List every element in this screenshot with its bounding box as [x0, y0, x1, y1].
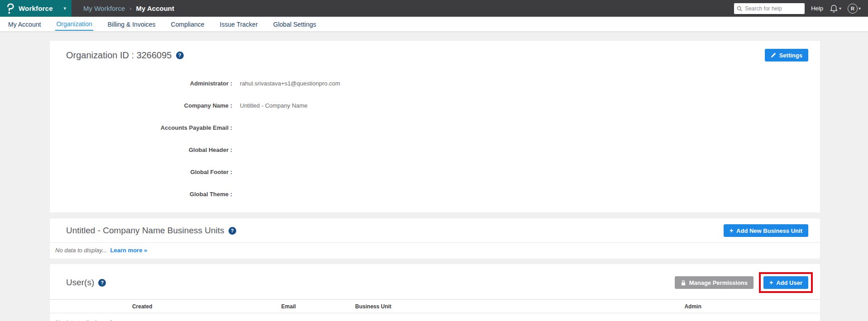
help-icon[interactable]: ?: [176, 52, 184, 59]
tab-compliance[interactable]: Compliance: [170, 18, 205, 30]
help-search: [734, 3, 805, 14]
tab-organization[interactable]: Organization: [55, 17, 93, 31]
product-name: Workforce: [19, 5, 53, 12]
field-value: Untitled - Company Name: [240, 102, 308, 109]
users-empty-row: No data to display... Learn more »: [50, 313, 820, 321]
column-header-email: Email: [234, 303, 342, 310]
column-header-business-unit: Business Unit: [343, 303, 404, 310]
questionpro-logo-icon: [6, 3, 14, 14]
field-label: Global Theme :: [50, 191, 232, 198]
bell-icon: [830, 4, 838, 13]
page-content: Organization ID : 3266095 ? Settings Adm…: [0, 32, 868, 321]
learn-more-link[interactable]: Learn more »: [110, 319, 148, 321]
column-header-created: Created: [50, 303, 234, 310]
lock-icon: [681, 280, 686, 286]
plus-icon: +: [730, 227, 733, 234]
breadcrumb: My Workforce › My Account: [72, 0, 174, 17]
field-global-header: Global Header :: [50, 139, 820, 161]
business-units-header: Untitled - Company Name Business Units ?…: [50, 218, 820, 242]
users-title: User(s): [66, 278, 94, 288]
search-input[interactable]: [734, 3, 805, 14]
field-label: Company Name :: [50, 102, 232, 109]
field-label: Administrator :: [50, 80, 232, 87]
business-units-title-row: Untitled - Company Name Business Units ?: [66, 226, 236, 236]
field-global-footer: Global Footer :: [50, 161, 820, 183]
add-new-business-unit-label: Add New Business Unit: [736, 227, 802, 234]
add-new-business-unit-button[interactable]: + Add New Business Unit: [724, 224, 808, 237]
no-data-text: No data to display...: [55, 247, 107, 254]
field-label: Accounts Payable Email :: [50, 124, 232, 131]
field-label: Global Footer :: [50, 169, 232, 175]
users-actions: Manage Permissions + Add User: [675, 272, 813, 293]
tab-issue-tracker[interactable]: Issue Tracker: [219, 18, 259, 30]
add-user-button[interactable]: + Add User: [763, 276, 808, 289]
organization-title: Organization ID : 3266095: [66, 50, 172, 61]
chevron-down-icon: ▾: [858, 6, 861, 11]
business-units-empty-row: No data to display... Learn more »: [50, 242, 820, 259]
business-units-card: Untitled - Company Name Business Units ?…: [50, 218, 820, 259]
users-title-row: User(s) ?: [66, 278, 106, 288]
topnav-right: Help ▾ R ▾: [734, 0, 868, 17]
settings-button[interactable]: Settings: [765, 49, 808, 61]
manage-permissions-label: Manage Permissions: [689, 279, 748, 286]
field-label: Global Header :: [50, 146, 232, 153]
users-header: User(s) ? Manage Permissions + Add User: [50, 264, 820, 299]
tab-my-account[interactable]: My Account: [7, 18, 42, 30]
plus-icon: +: [769, 279, 773, 286]
field-administrator: Administrator : rahul.srivastava+s1@ques…: [50, 72, 820, 94]
pencil-icon: [771, 52, 776, 58]
add-user-label: Add User: [776, 279, 802, 286]
annotation-highlight-box: + Add User: [759, 272, 813, 293]
account-menu[interactable]: R ▾: [848, 4, 861, 14]
tab-global-settings[interactable]: Global Settings: [272, 18, 317, 30]
manage-permissions-button[interactable]: Manage Permissions: [675, 276, 754, 289]
field-company-name: Company Name : Untitled - Company Name: [50, 94, 820, 117]
field-accounts-payable-email: Accounts Payable Email :: [50, 117, 820, 139]
field-value: rahul.srivastava+s1@questionpro.com: [240, 80, 340, 87]
section-tabbar: My Account Organization Billing & Invoic…: [0, 17, 868, 32]
avatar: R: [848, 4, 858, 14]
column-header-admin: Admin: [566, 303, 820, 310]
learn-more-link[interactable]: Learn more »: [110, 247, 148, 254]
organization-form: Administrator : rahul.srivastava+s1@ques…: [50, 68, 820, 205]
organization-title-row: Organization ID : 3266095 ?: [66, 50, 184, 61]
help-icon[interactable]: ?: [229, 227, 236, 235]
settings-button-label: Settings: [779, 52, 802, 59]
users-card: User(s) ? Manage Permissions + Add User: [50, 264, 820, 321]
no-data-text: No data to display...: [55, 319, 107, 321]
chevron-down-icon: ▾: [839, 6, 841, 11]
business-units-title: Untitled - Company Name Business Units: [66, 226, 224, 236]
help-icon[interactable]: ?: [98, 279, 106, 287]
product-switcher[interactable]: Workforce ▾: [0, 0, 72, 17]
breadcrumb-separator-icon: ›: [129, 5, 131, 12]
chevron-down-icon: ▾: [63, 5, 66, 11]
notifications-button[interactable]: ▾: [830, 4, 841, 13]
tab-billing-invoices[interactable]: Billing & Invoices: [107, 18, 157, 30]
search-icon: [737, 6, 742, 11]
organization-card: Organization ID : 3266095 ? Settings Adm…: [50, 41, 820, 212]
breadcrumb-parent[interactable]: My Workforce: [83, 5, 125, 12]
organization-card-header: Organization ID : 3266095 ? Settings: [50, 41, 820, 68]
breadcrumb-current: My Account: [136, 5, 174, 12]
help-link[interactable]: Help: [811, 5, 823, 12]
top-navbar: Workforce ▾ My Workforce › My Account He…: [0, 0, 868, 17]
users-table-header: Created Email Business Unit Admin: [50, 299, 820, 313]
field-global-theme: Global Theme :: [50, 183, 820, 205]
